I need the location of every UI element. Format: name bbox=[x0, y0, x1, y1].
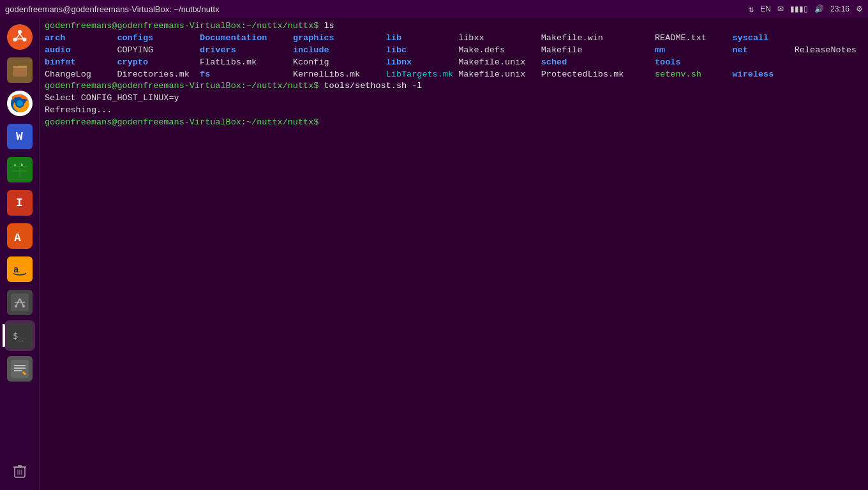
file-directories: Directories.mk bbox=[117, 70, 200, 79]
file-graphics: graphics bbox=[293, 33, 386, 43]
clock-display: 23:16 bbox=[830, 4, 849, 13]
tools-icon bbox=[7, 290, 33, 315]
file-mm: mm bbox=[655, 45, 733, 55]
file-include: include bbox=[293, 45, 386, 55]
firefox-icon bbox=[7, 91, 33, 116]
prompt-1: godenfreemans@godenfreemans-VirtualBox:~… bbox=[45, 21, 318, 31]
svg-text:$_: $_ bbox=[13, 330, 24, 341]
sidebar-item-ubuntu[interactable] bbox=[4, 22, 35, 52]
ls-row-3: binfmt crypto FlatLibs.mk Kconfig libnx … bbox=[45, 57, 863, 69]
svg-text:a: a bbox=[13, 265, 19, 275]
file-makedefs: Make.defs bbox=[458, 45, 541, 55]
text-editor-icon bbox=[7, 356, 33, 382]
titlebar-right: ⇅ EN ✉ ▮▮▮▯ 🔊 23:16 ⚙ bbox=[749, 4, 863, 15]
file-setenv: setenv.sh bbox=[655, 70, 733, 79]
file-kernellibs: KernelLibs.mk bbox=[293, 70, 386, 79]
impress-icon: I bbox=[7, 190, 33, 216]
file-makefile-unix: Makefile.unix bbox=[458, 70, 541, 79]
cmd-1: ls bbox=[318, 21, 334, 31]
ls-row-2: audio COPYING drivers include libc Make.… bbox=[45, 45, 863, 57]
sidebar: W a b I A bbox=[0, 18, 40, 490]
email-icon: ✉ bbox=[777, 4, 784, 13]
file-protectedlibs: ProtectedLibs.mk bbox=[541, 70, 655, 79]
file-wireless: wireless bbox=[733, 70, 774, 79]
ubuntu-logo-icon bbox=[7, 24, 33, 50]
svg-rect-5 bbox=[13, 66, 27, 68]
terminal-area[interactable]: godenfreemans@godenfreemans-VirtualBox:~… bbox=[40, 18, 868, 490]
sidebar-item-files[interactable] bbox=[4, 55, 35, 85]
file-changelog: ChangeLog bbox=[45, 70, 117, 79]
file-documentation: Documentation bbox=[200, 33, 293, 43]
file-makefile-unix2: Makefile.unix bbox=[458, 57, 541, 67]
sidebar-item-system-tools[interactable] bbox=[4, 287, 35, 318]
terminal-line-1: godenfreemans@godenfreemans-VirtualBox:~… bbox=[45, 20, 863, 33]
file-net: net bbox=[733, 45, 795, 55]
active-indicator bbox=[3, 324, 5, 347]
svg-rect-24 bbox=[11, 360, 29, 378]
svg-rect-4 bbox=[13, 66, 27, 77]
file-crypto: crypto bbox=[117, 57, 200, 67]
calc-icon: a b bbox=[7, 157, 33, 182]
file-releasenotes: ReleaseNotes bbox=[795, 45, 868, 55]
volume-icon: 🔊 bbox=[814, 4, 824, 13]
output-select: Select CONFIG_HOST_LINUX=y bbox=[45, 93, 179, 103]
titlebar: godenfreemans@godenfreemans-VirtualBox: … bbox=[0, 0, 868, 18]
software-center-icon: A bbox=[7, 223, 33, 249]
ls-row-1: arch configs Documentation graphics lib … bbox=[45, 33, 863, 45]
ls-row-4: ChangeLog Directories.mk fs KernelLibs.m… bbox=[45, 69, 863, 81]
prompt-3: godenfreemans@godenfreemans-VirtualBox:~… bbox=[45, 117, 318, 127]
file-makefile: Makefile bbox=[541, 45, 655, 55]
file-syscall: syscall bbox=[733, 33, 769, 43]
sidebar-item-calc[interactable]: a b bbox=[4, 154, 35, 185]
file-binfmt: binfmt bbox=[45, 57, 117, 67]
file-kconfig: Kconfig bbox=[293, 57, 386, 67]
file-lib: lib bbox=[386, 33, 458, 43]
trash-icon bbox=[7, 458, 33, 484]
tray-arrows-icon: ⇅ bbox=[749, 4, 754, 15]
file-libtargets: LibTargets.mk bbox=[386, 70, 458, 79]
svg-text:A: A bbox=[14, 232, 21, 244]
output-refreshing: Refreshing... bbox=[45, 105, 112, 115]
cmd-sethost: tools/sethost.sh -l bbox=[318, 81, 422, 91]
file-audio: audio bbox=[45, 45, 117, 55]
cursor-blink bbox=[318, 117, 324, 127]
settings-icon[interactable]: ⚙ bbox=[856, 4, 863, 13]
prompt-2: godenfreemans@godenfreemans-VirtualBox:~… bbox=[45, 81, 318, 91]
file-readme: README.txt bbox=[655, 33, 733, 43]
terminal-line-sethost: godenfreemans@godenfreemans-VirtualBox:~… bbox=[45, 80, 863, 93]
file-flatlibs: FlatLibs.mk bbox=[200, 57, 293, 67]
sidebar-item-impress[interactable]: I bbox=[4, 188, 35, 218]
sidebar-item-writer[interactable]: W bbox=[4, 121, 35, 152]
window-title: godenfreemans@godenfreemans-VirtualBox: … bbox=[5, 4, 220, 14]
main-area: W a b I A bbox=[0, 18, 868, 490]
svg-text:b: b bbox=[21, 163, 23, 167]
file-fs: fs bbox=[200, 70, 293, 79]
file-manager-icon bbox=[7, 57, 33, 83]
sidebar-item-amazon[interactable]: a bbox=[4, 254, 35, 285]
sidebar-item-editor[interactable] bbox=[4, 353, 35, 384]
file-tools: tools bbox=[655, 57, 681, 67]
sidebar-item-trash[interactable] bbox=[4, 456, 35, 486]
output-line-1: Select CONFIG_HOST_LINUX=y bbox=[45, 93, 863, 105]
writer-icon: W bbox=[7, 124, 33, 149]
terminal-app-icon: $_ bbox=[7, 323, 33, 348]
sidebar-item-software[interactable]: A bbox=[4, 221, 35, 251]
terminal-line-final: godenfreemans@godenfreemans-VirtualBox:~… bbox=[45, 117, 863, 129]
sidebar-item-firefox[interactable] bbox=[4, 88, 35, 119]
svg-point-8 bbox=[17, 100, 23, 107]
file-makefile-win: Makefile.win bbox=[541, 33, 655, 43]
file-libc: libc bbox=[386, 45, 458, 55]
amazon-icon: a bbox=[7, 256, 33, 282]
file-arch: arch bbox=[45, 33, 117, 43]
output-line-2: Refreshing... bbox=[45, 105, 863, 117]
svg-point-20 bbox=[15, 305, 17, 308]
file-libnx: libnx bbox=[386, 57, 458, 67]
file-copying: COPYING bbox=[117, 45, 200, 55]
svg-text:a: a bbox=[14, 163, 16, 167]
keyboard-layout[interactable]: EN bbox=[760, 4, 771, 13]
sidebar-item-terminal[interactable]: $_ bbox=[4, 320, 35, 351]
file-drivers: drivers bbox=[200, 45, 293, 55]
file-configs: configs bbox=[117, 33, 200, 43]
file-sched: sched bbox=[541, 57, 655, 67]
svg-point-21 bbox=[22, 305, 25, 308]
